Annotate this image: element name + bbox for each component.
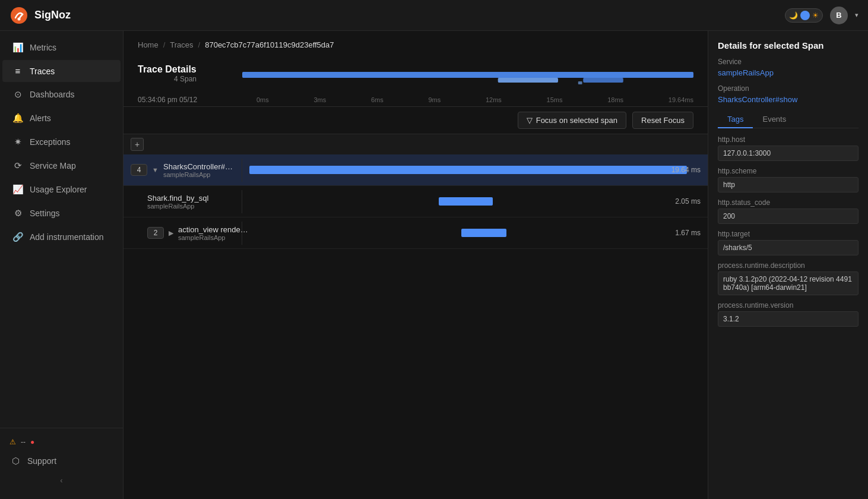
alerts-icon: 🔔 xyxy=(12,113,24,124)
panel-service-value: sampleRailsApp xyxy=(718,68,859,77)
span-service-1: sampleRailsApp xyxy=(163,171,235,178)
sidebar-item-support[interactable]: ⬡ Support xyxy=(0,451,123,471)
span-bar-container-3: 1.67 ms xyxy=(249,227,701,239)
reset-focus-button[interactable]: Reset Focus xyxy=(632,112,693,129)
sidebar-collapse-button[interactable]: ‹ xyxy=(0,471,123,489)
tag-row-http-status-code: http.status_code 200 xyxy=(718,198,859,224)
panel-tab-tags[interactable]: Tags xyxy=(718,111,753,128)
span-left-3: 2 ▶ action_view render_templ... sampleRa… xyxy=(123,222,242,245)
span-right-1: 19.64 ms xyxy=(242,154,708,185)
tag-value-http-scheme: http xyxy=(718,177,859,192)
tag-value-process-runtime-version: 3.1.2 xyxy=(718,311,859,327)
settings-icon: ⚙ xyxy=(12,208,24,219)
span-count-badge-1: 4 xyxy=(131,164,147,176)
spans-container: + 4 ▼ SharksController#show sampleRailsA… xyxy=(123,134,708,499)
tick-0ms: 0ms xyxy=(256,96,269,103)
sidebar-item-alerts[interactable]: 🔔 Alerts xyxy=(2,107,121,130)
svg-rect-4 xyxy=(583,78,623,83)
tag-row-http-scheme: http.scheme http xyxy=(718,167,859,192)
span-toggle-3[interactable]: ▶ xyxy=(169,229,173,237)
status-red-dot: ● xyxy=(30,438,34,446)
span-name-3: action_view render_templ... xyxy=(178,225,249,234)
breadcrumb: Home / Traces / 870ec7cb7c77a6f10119c9d2… xyxy=(123,31,708,54)
mini-chart-svg xyxy=(242,59,693,89)
support-icon: ⬡ xyxy=(9,456,21,466)
trace-mini-chart xyxy=(242,59,693,89)
span-row-1[interactable]: 4 ▼ SharksController#show sampleRailsApp… xyxy=(123,154,708,186)
status-bar: ⚠ -- ● xyxy=(0,433,123,451)
moon-icon: 🌙 xyxy=(789,11,798,20)
panel-operation-value: SharksController#show xyxy=(718,95,859,104)
span-bar-container-1: 19.64 ms xyxy=(249,164,701,176)
tag-row-http-host: http.host 127.0.0.1:3000 xyxy=(718,135,859,161)
panel-operation-label: Operation xyxy=(718,84,859,93)
toggle-knob xyxy=(800,11,810,20)
breadcrumb-home[interactable]: Home xyxy=(138,40,159,49)
tags-list: http.host 127.0.0.1:3000 http.scheme htt… xyxy=(718,135,859,327)
span-bar-2 xyxy=(439,197,493,206)
chevron-down-icon[interactable]: ▾ xyxy=(855,11,859,19)
span-right-3: 1.67 ms xyxy=(242,217,708,248)
span-row-3[interactable]: 2 ▶ action_view render_templ... sampleRa… xyxy=(123,217,708,249)
breadcrumb-sep2: / xyxy=(198,40,201,49)
topbar-right: 🌙 ☀ B ▾ xyxy=(785,7,859,24)
usage-explorer-icon: 📈 xyxy=(12,184,24,195)
svg-rect-5 xyxy=(578,81,582,84)
span-name-1: SharksController#show xyxy=(163,162,235,171)
tag-value-http-target: /sharks/5 xyxy=(718,240,859,255)
trace-timestamp: 05:34:06 pm 05/12 xyxy=(138,96,256,104)
sidebar-item-metrics[interactable]: 📊 Metrics xyxy=(2,36,121,59)
panel-title: Details for selected Span xyxy=(718,40,859,50)
span-name-block-1: SharksController#show sampleRailsApp xyxy=(163,162,235,178)
focus-on-selected-span-button[interactable]: ▽ Focus on selected span xyxy=(518,112,626,129)
sidebar-label-traces: Traces xyxy=(30,67,55,76)
sidebar: 📊 Metrics ≡ Traces ⊙ Dashboards 🔔 Alerts… xyxy=(0,31,123,499)
exceptions-icon: ✷ xyxy=(12,137,24,147)
span-left-2: Shark.find_by_sql sampleRailsApp xyxy=(123,190,242,213)
sidebar-label-dashboards: Dashboards xyxy=(30,90,75,99)
expand-button[interactable]: + xyxy=(131,138,144,151)
sidebar-label-settings: Settings xyxy=(30,209,60,218)
reset-button-label: Reset Focus xyxy=(641,116,685,125)
sidebar-label-add-instrumentation: Add instrumentation xyxy=(30,232,104,242)
sidebar-item-add-instrumentation[interactable]: 🔗 Add instrumentation xyxy=(2,226,121,248)
breadcrumb-traces[interactable]: Traces xyxy=(170,40,193,49)
sidebar-bottom: ⚠ -- ● ⬡ Support ‹ xyxy=(0,428,123,494)
trace-title-block: Trace Details 4 Span xyxy=(138,64,233,83)
svg-rect-3 xyxy=(498,78,558,83)
filter-icon: ▽ xyxy=(527,116,533,125)
span-row-2[interactable]: Shark.find_by_sql sampleRailsApp 2.05 ms xyxy=(123,186,708,217)
tick-6ms: 6ms xyxy=(371,96,384,103)
user-avatar[interactable]: B xyxy=(830,7,848,24)
add-instrumentation-icon: 🔗 xyxy=(12,232,24,242)
sidebar-item-usage-explorer[interactable]: 📈 Usage Explorer xyxy=(2,178,121,201)
span-name-block-2: Shark.find_by_sql sampleRailsApp xyxy=(147,194,208,210)
breadcrumb-trace-id: 870ec7cb7c77a6f10119c9d23eff5da7 xyxy=(205,40,334,49)
sidebar-item-traces[interactable]: ≡ Traces xyxy=(2,60,121,82)
tick-3ms: 3ms xyxy=(313,96,326,103)
collapse-icon: ‹ xyxy=(60,476,62,485)
right-panel: Details for selected Span Service sample… xyxy=(708,31,868,499)
tick-9ms: 9ms xyxy=(428,96,441,103)
panel-tab-events[interactable]: Events xyxy=(753,111,796,128)
sidebar-item-exceptions[interactable]: ✷ Exceptions xyxy=(2,131,121,153)
span-bar-1 xyxy=(249,166,687,174)
main-layout: 📊 Metrics ≡ Traces ⊙ Dashboards 🔔 Alerts… xyxy=(0,31,868,499)
sidebar-label-metrics: Metrics xyxy=(30,43,56,52)
span-duration-3: 1.67 ms xyxy=(675,229,701,237)
span-toggle-1[interactable]: ▼ xyxy=(152,166,159,173)
span-count-badge-3: 2 xyxy=(147,227,164,239)
sidebar-item-dashboards[interactable]: ⊙ Dashboards xyxy=(2,83,121,106)
span-duration-2: 2.05 ms xyxy=(675,197,701,206)
svg-point-1 xyxy=(18,17,21,20)
span-bar-container-2: 2.05 ms xyxy=(249,195,701,207)
span-name-block-3: action_view render_templ... sampleRailsA… xyxy=(178,225,249,241)
sidebar-item-service-map[interactable]: ⟳ Service Map xyxy=(2,154,121,177)
sidebar-item-settings[interactable]: ⚙ Settings xyxy=(2,202,121,225)
span-bar-3 xyxy=(461,229,506,237)
sidebar-label-support: Support xyxy=(27,456,56,466)
span-duration-1: 19.64 ms xyxy=(671,166,701,174)
span-name-2: Shark.find_by_sql xyxy=(147,194,208,203)
theme-toggle-button[interactable]: 🌙 ☀ xyxy=(785,8,823,23)
trace-header: Trace Details 4 Span xyxy=(123,54,708,93)
